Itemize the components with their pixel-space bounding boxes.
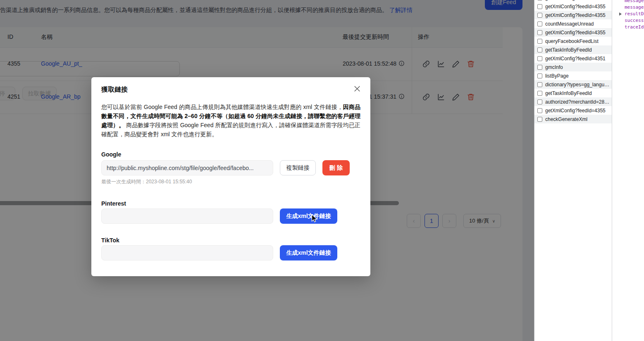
- request-checkbox[interactable]: [537, 73, 542, 78]
- devtools-panel: getXmlConfig?feedId=4355 getXmlConfig?fe…: [534, 0, 644, 341]
- modal-description: 您可以基於當前 Google Feed 的商品上傳規則為其他媒體渠道快速生成對應…: [101, 102, 360, 139]
- request-row[interactable]: gmcInfo: [534, 63, 612, 71]
- google-row: 複製鏈接 刪 除: [101, 160, 360, 175]
- request-row[interactable]: dictionary?types=gg_langu…: [534, 80, 612, 89]
- request-row[interactable]: countMessageUnread: [534, 19, 612, 28]
- request-checkbox[interactable]: [537, 99, 542, 104]
- request-row[interactable]: getXmlConfig?feedId=4355: [534, 11, 612, 19]
- request-checkbox[interactable]: [537, 117, 542, 122]
- json-key: traceId: [625, 24, 644, 30]
- pinterest-xml-url-input[interactable]: [101, 208, 273, 224]
- delete-link-button[interactable]: 刪 除: [322, 160, 350, 175]
- request-checkbox[interactable]: [537, 91, 542, 96]
- request-name: checkGenerateXml: [545, 116, 587, 122]
- expand-arrow-icon[interactable]: [619, 12, 622, 16]
- request-row[interactable]: getXmlConfig?feedId=4351: [534, 54, 612, 63]
- request-row[interactable]: checkGenerateXml: [534, 115, 612, 123]
- app-page: 告渠道上推廣或銷售的一系列商品信息。您可以為每種商品分配屬性，並通過這些屬性對您…: [0, 0, 534, 341]
- request-checkbox[interactable]: [537, 30, 542, 35]
- network-request-list: getXmlConfig?feedId=4355 getXmlConfig?fe…: [534, 0, 612, 341]
- response-key-line: traceId: [613, 24, 644, 31]
- tiktok-row: 生成xml文件鏈接: [101, 245, 360, 260]
- request-row[interactable]: getXmlConfig?feedId=4355: [534, 2, 612, 11]
- request-name: countMessageUnread: [545, 21, 594, 27]
- modal-description-rest: 商品數據字段將按照 Google Feed 所配置的規則進行寫入，請確保媒體渠道…: [101, 122, 360, 137]
- request-name: getXmlConfig?feedId=4355: [545, 0, 606, 1]
- response-preview-panel: message message resultD success traceId: [613, 0, 644, 341]
- modal-description-intro: 您可以基於當前 Google Feed 的商品上傳規則為其他媒體渠道快速生成對應…: [101, 104, 343, 110]
- tiktok-xml-url-input[interactable]: [101, 245, 273, 260]
- request-name: getXmlConfig?feedId=4355: [545, 30, 606, 36]
- request-name: getXmlConfig?feedId=4355: [545, 108, 606, 114]
- last-generated-time: 最後一次生成時間：2023-08-01 15:55:40: [101, 178, 360, 185]
- request-checkbox[interactable]: [537, 108, 542, 113]
- request-name: getTaskInfoByFeedId: [545, 90, 592, 96]
- request-row[interactable]: getTaskInfoByFeedId: [534, 45, 612, 54]
- request-name: authorized?merchantId=28…: [545, 99, 609, 105]
- request-checkbox[interactable]: [537, 47, 542, 52]
- get-link-modal: 獲取鏈接 您可以基於當前 Google Feed 的商品上傳規則為其他媒體渠道快…: [91, 77, 370, 276]
- screen: 告渠道上推廣或銷售的一系列商品信息。您可以為每種商品分配屬性，並通過這些屬性對您…: [0, 0, 644, 341]
- request-name: getXmlConfig?feedId=4355: [545, 12, 606, 18]
- request-checkbox[interactable]: [537, 56, 542, 61]
- json-key: resultD: [625, 11, 644, 17]
- request-checkbox[interactable]: [537, 65, 542, 70]
- response-key-line: success: [613, 17, 644, 24]
- tiktok-generate-button[interactable]: 生成xml文件鏈接: [280, 245, 337, 260]
- request-checkbox[interactable]: [537, 82, 542, 87]
- request-checkbox[interactable]: [537, 0, 542, 0]
- request-name: getXmlConfig?feedId=4351: [545, 56, 606, 62]
- request-row[interactable]: getXmlConfig?feedId=4355: [534, 28, 612, 37]
- response-key-line: message: [613, 4, 644, 11]
- request-name: getXmlConfig?feedId=4355: [545, 4, 606, 9]
- pinterest-row: 生成xml文件鏈接: [101, 208, 360, 224]
- modal-title: 獲取鏈接: [101, 85, 360, 94]
- json-key: message: [625, 5, 644, 10]
- close-icon[interactable]: [353, 85, 361, 93]
- request-name: queryFacebookFeedList: [545, 38, 599, 44]
- request-row[interactable]: authorized?merchantId=28…: [534, 97, 612, 106]
- json-key: success: [625, 18, 644, 23]
- request-checkbox[interactable]: [537, 39, 542, 44]
- json-key: message: [625, 0, 644, 3]
- request-checkbox[interactable]: [537, 4, 542, 9]
- google-xml-url-input[interactable]: [101, 160, 273, 175]
- response-key-line: resultD: [613, 11, 644, 17]
- copy-link-button[interactable]: 複製鏈接: [280, 160, 316, 175]
- request-name: listByPage: [545, 73, 569, 79]
- tiktok-section-label: TikTok: [101, 237, 360, 244]
- request-name: gmcInfo: [545, 64, 563, 70]
- request-checkbox[interactable]: [537, 21, 542, 26]
- request-row[interactable]: queryFacebookFeedList: [534, 37, 612, 45]
- request-name: dictionary?types=gg_langu…: [545, 82, 609, 88]
- request-checkbox[interactable]: [537, 13, 542, 18]
- response-key-line: message: [613, 0, 644, 4]
- request-row[interactable]: getXmlConfig?feedId=4355: [534, 106, 612, 115]
- request-row[interactable]: getTaskInfoByFeedId: [534, 89, 612, 97]
- google-section-label: Google: [101, 151, 360, 158]
- pinterest-generate-button[interactable]: 生成xml文件鏈接: [280, 208, 337, 224]
- request-name: getTaskInfoByFeedId: [545, 47, 592, 53]
- pinterest-section-label: Pinterest: [101, 200, 360, 207]
- request-row[interactable]: listByPage: [534, 71, 612, 80]
